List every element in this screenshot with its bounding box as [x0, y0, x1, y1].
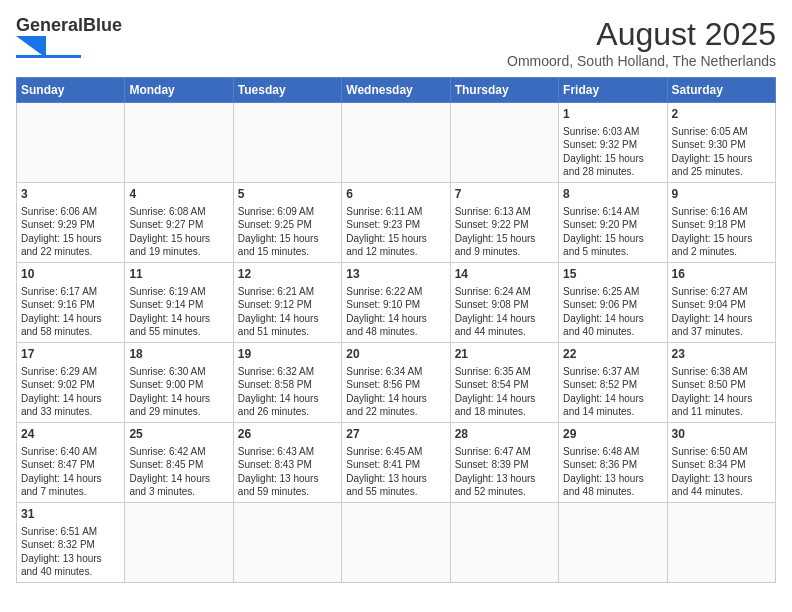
calendar-day-cell — [233, 103, 341, 183]
day-number: 25 — [129, 426, 228, 443]
day-info: Sunrise: 6:03 AM Sunset: 9:32 PM Dayligh… — [563, 125, 662, 179]
calendar-day-cell: 18Sunrise: 6:30 AM Sunset: 9:00 PM Dayli… — [125, 343, 233, 423]
calendar-day-cell: 21Sunrise: 6:35 AM Sunset: 8:54 PM Dayli… — [450, 343, 558, 423]
day-info: Sunrise: 6:09 AM Sunset: 9:25 PM Dayligh… — [238, 205, 337, 259]
calendar-day-cell: 29Sunrise: 6:48 AM Sunset: 8:36 PM Dayli… — [559, 423, 667, 503]
day-number: 19 — [238, 346, 337, 363]
calendar-day-cell: 23Sunrise: 6:38 AM Sunset: 8:50 PM Dayli… — [667, 343, 775, 423]
day-info: Sunrise: 6:40 AM Sunset: 8:47 PM Dayligh… — [21, 445, 120, 499]
calendar-day-cell: 12Sunrise: 6:21 AM Sunset: 9:12 PM Dayli… — [233, 263, 341, 343]
day-number: 23 — [672, 346, 771, 363]
weekday-header-thursday: Thursday — [450, 78, 558, 103]
day-number: 15 — [563, 266, 662, 283]
calendar-title: August 2025 — [507, 16, 776, 53]
day-number: 22 — [563, 346, 662, 363]
calendar-day-cell: 1Sunrise: 6:03 AM Sunset: 9:32 PM Daylig… — [559, 103, 667, 183]
calendar-day-cell: 14Sunrise: 6:24 AM Sunset: 9:08 PM Dayli… — [450, 263, 558, 343]
calendar-day-cell: 13Sunrise: 6:22 AM Sunset: 9:10 PM Dayli… — [342, 263, 450, 343]
calendar-day-cell: 15Sunrise: 6:25 AM Sunset: 9:06 PM Dayli… — [559, 263, 667, 343]
day-number: 16 — [672, 266, 771, 283]
day-info: Sunrise: 6:05 AM Sunset: 9:30 PM Dayligh… — [672, 125, 771, 179]
calendar-day-cell: 10Sunrise: 6:17 AM Sunset: 9:16 PM Dayli… — [17, 263, 125, 343]
day-number: 6 — [346, 186, 445, 203]
calendar-day-cell — [125, 103, 233, 183]
day-info: Sunrise: 6:21 AM Sunset: 9:12 PM Dayligh… — [238, 285, 337, 339]
calendar-day-cell: 22Sunrise: 6:37 AM Sunset: 8:52 PM Dayli… — [559, 343, 667, 423]
calendar-day-cell: 2Sunrise: 6:05 AM Sunset: 9:30 PM Daylig… — [667, 103, 775, 183]
logo-graphic — [16, 36, 81, 58]
weekday-header-sunday: Sunday — [17, 78, 125, 103]
calendar-week-row: 31Sunrise: 6:51 AM Sunset: 8:32 PM Dayli… — [17, 503, 776, 583]
day-info: Sunrise: 6:51 AM Sunset: 8:32 PM Dayligh… — [21, 525, 120, 579]
calendar-day-cell: 4Sunrise: 6:08 AM Sunset: 9:27 PM Daylig… — [125, 183, 233, 263]
day-number: 10 — [21, 266, 120, 283]
weekday-header-monday: Monday — [125, 78, 233, 103]
calendar-day-cell: 8Sunrise: 6:14 AM Sunset: 9:20 PM Daylig… — [559, 183, 667, 263]
day-info: Sunrise: 6:43 AM Sunset: 8:43 PM Dayligh… — [238, 445, 337, 499]
calendar-week-row: 10Sunrise: 6:17 AM Sunset: 9:16 PM Dayli… — [17, 263, 776, 343]
weekday-header-wednesday: Wednesday — [342, 78, 450, 103]
day-number: 3 — [21, 186, 120, 203]
calendar-day-cell — [450, 503, 558, 583]
day-info: Sunrise: 6:16 AM Sunset: 9:18 PM Dayligh… — [672, 205, 771, 259]
day-number: 5 — [238, 186, 337, 203]
calendar-day-cell — [559, 503, 667, 583]
day-number: 4 — [129, 186, 228, 203]
day-number: 14 — [455, 266, 554, 283]
calendar-week-row: 1Sunrise: 6:03 AM Sunset: 9:32 PM Daylig… — [17, 103, 776, 183]
logo-text-blue: Blue — [83, 16, 122, 34]
day-info: Sunrise: 6:34 AM Sunset: 8:56 PM Dayligh… — [346, 365, 445, 419]
day-number: 12 — [238, 266, 337, 283]
day-info: Sunrise: 6:30 AM Sunset: 9:00 PM Dayligh… — [129, 365, 228, 419]
day-number: 28 — [455, 426, 554, 443]
day-info: Sunrise: 6:22 AM Sunset: 9:10 PM Dayligh… — [346, 285, 445, 339]
calendar-day-cell: 28Sunrise: 6:47 AM Sunset: 8:39 PM Dayli… — [450, 423, 558, 503]
calendar-day-cell: 9Sunrise: 6:16 AM Sunset: 9:18 PM Daylig… — [667, 183, 775, 263]
calendar-day-cell — [667, 503, 775, 583]
weekday-header-saturday: Saturday — [667, 78, 775, 103]
svg-rect-1 — [16, 55, 81, 58]
calendar-table: SundayMondayTuesdayWednesdayThursdayFrid… — [16, 77, 776, 583]
calendar-week-row: 24Sunrise: 6:40 AM Sunset: 8:47 PM Dayli… — [17, 423, 776, 503]
weekday-header-friday: Friday — [559, 78, 667, 103]
calendar-day-cell: 7Sunrise: 6:13 AM Sunset: 9:22 PM Daylig… — [450, 183, 558, 263]
day-info: Sunrise: 6:25 AM Sunset: 9:06 PM Dayligh… — [563, 285, 662, 339]
day-info: Sunrise: 6:50 AM Sunset: 8:34 PM Dayligh… — [672, 445, 771, 499]
day-number: 17 — [21, 346, 120, 363]
day-info: Sunrise: 6:38 AM Sunset: 8:50 PM Dayligh… — [672, 365, 771, 419]
calendar-day-cell: 17Sunrise: 6:29 AM Sunset: 9:02 PM Dayli… — [17, 343, 125, 423]
calendar-day-cell: 6Sunrise: 6:11 AM Sunset: 9:23 PM Daylig… — [342, 183, 450, 263]
day-number: 1 — [563, 106, 662, 123]
day-number: 2 — [672, 106, 771, 123]
title-block: August 2025 Ommoord, South Holland, The … — [507, 16, 776, 69]
calendar-day-cell: 20Sunrise: 6:34 AM Sunset: 8:56 PM Dayli… — [342, 343, 450, 423]
day-number: 27 — [346, 426, 445, 443]
day-info: Sunrise: 6:11 AM Sunset: 9:23 PM Dayligh… — [346, 205, 445, 259]
weekday-header-row: SundayMondayTuesdayWednesdayThursdayFrid… — [17, 78, 776, 103]
calendar-day-cell: 31Sunrise: 6:51 AM Sunset: 8:32 PM Dayli… — [17, 503, 125, 583]
day-info: Sunrise: 6:42 AM Sunset: 8:45 PM Dayligh… — [129, 445, 228, 499]
day-number: 8 — [563, 186, 662, 203]
day-info: Sunrise: 6:45 AM Sunset: 8:41 PM Dayligh… — [346, 445, 445, 499]
day-info: Sunrise: 6:06 AM Sunset: 9:29 PM Dayligh… — [21, 205, 120, 259]
calendar-day-cell: 3Sunrise: 6:06 AM Sunset: 9:29 PM Daylig… — [17, 183, 125, 263]
day-info: Sunrise: 6:32 AM Sunset: 8:58 PM Dayligh… — [238, 365, 337, 419]
day-number: 9 — [672, 186, 771, 203]
day-info: Sunrise: 6:29 AM Sunset: 9:02 PM Dayligh… — [21, 365, 120, 419]
calendar-day-cell — [17, 103, 125, 183]
page-header: General Blue August 2025 Ommoord, South … — [16, 16, 776, 69]
day-number: 31 — [21, 506, 120, 523]
calendar-day-cell: 25Sunrise: 6:42 AM Sunset: 8:45 PM Dayli… — [125, 423, 233, 503]
day-number: 30 — [672, 426, 771, 443]
day-number: 7 — [455, 186, 554, 203]
day-info: Sunrise: 6:14 AM Sunset: 9:20 PM Dayligh… — [563, 205, 662, 259]
day-info: Sunrise: 6:17 AM Sunset: 9:16 PM Dayligh… — [21, 285, 120, 339]
day-info: Sunrise: 6:08 AM Sunset: 9:27 PM Dayligh… — [129, 205, 228, 259]
calendar-day-cell — [342, 103, 450, 183]
svg-marker-0 — [16, 36, 46, 58]
day-info: Sunrise: 6:27 AM Sunset: 9:04 PM Dayligh… — [672, 285, 771, 339]
day-number: 29 — [563, 426, 662, 443]
calendar-subtitle: Ommoord, South Holland, The Netherlands — [507, 53, 776, 69]
calendar-day-cell — [450, 103, 558, 183]
day-number: 24 — [21, 426, 120, 443]
